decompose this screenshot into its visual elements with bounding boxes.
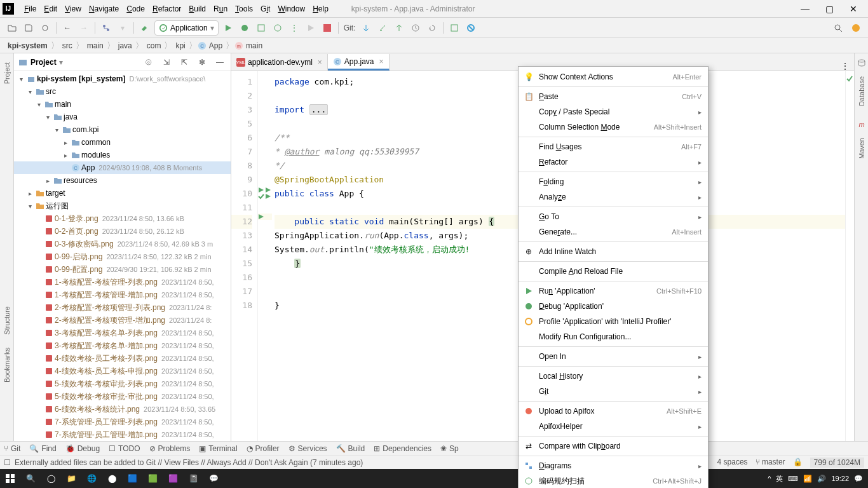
task-edge[interactable]: 🌐 [81, 469, 102, 488]
bb-todo[interactable]: ☐ TODO [109, 444, 140, 453]
tray-notifications[interactable]: 💬 [854, 475, 863, 483]
bb-terminal[interactable]: ▣ Terminal [199, 444, 237, 453]
cm-analyze[interactable]: Analyze▸ [519, 189, 708, 205]
tree-row[interactable]: CApp2024/9/30 19:08, 408 B Moments [14, 161, 231, 174]
run-dots[interactable]: ⋮ [287, 21, 301, 35]
collapse-all-button[interactable]: ⇱ [177, 55, 191, 69]
task-app3[interactable]: 🟪 [163, 469, 183, 488]
cm-find-usages[interactable]: Find UsagesAlt+F7 [519, 139, 708, 154]
save-button[interactable] [22, 21, 36, 35]
tray-up[interactable]: ^ [768, 475, 771, 482]
code-style-button[interactable] [447, 21, 461, 35]
cortana-icon[interactable]: ◯ [41, 469, 61, 488]
coverage-button[interactable] [254, 21, 268, 35]
bb-profiler[interactable]: ◔ Profiler [247, 444, 280, 453]
tree-row[interactable]: 1-考核配置-考核管理-增加.png2023/11/24 8:50, [14, 288, 231, 301]
close-icon[interactable]: × [379, 57, 384, 66]
task-wechat[interactable]: 💬 [203, 469, 224, 488]
git-commit-button[interactable] [376, 21, 390, 35]
project-tool-button[interactable]: Project [3, 62, 11, 84]
tree-row[interactable]: ▸common [14, 136, 231, 149]
close-icon[interactable]: × [318, 58, 322, 67]
tree-row[interactable]: 7-系统管理-员工管理-列表.png2023/11/24 8:50, [14, 416, 231, 428]
crumb-0[interactable]: kpi-system [5, 41, 50, 50]
run-gutter-icon[interactable] [265, 193, 271, 200]
crumb-1[interactable]: src [60, 41, 75, 50]
menu-build[interactable]: Build [185, 3, 210, 15]
vcs-button[interactable] [99, 21, 113, 35]
menu-git[interactable]: Git [257, 3, 274, 15]
crumb-7[interactable]: main [243, 41, 265, 50]
bb-git[interactable]: ⑂ Git [4, 444, 20, 453]
attach-button[interactable] [304, 21, 318, 35]
tree-row[interactable]: 6-绩效考核-考核统计.png2023/11/24 8:50, 33.65 [14, 403, 231, 416]
structure-tool-button[interactable]: Structure [3, 306, 11, 335]
crumb-3[interactable]: java [116, 41, 135, 50]
back-button[interactable]: ← [60, 21, 74, 35]
tab-application-dev[interactable]: YML application-dev.yml × [231, 54, 328, 71]
debug-button[interactable] [238, 21, 252, 35]
task-chrome[interactable]: ⬤ [102, 469, 122, 488]
bb-dependencies[interactable]: ⊞ Dependencies [374, 444, 431, 453]
indent-status[interactable]: 4 spaces [717, 458, 748, 468]
forward-button[interactable]: → [77, 21, 91, 35]
tree-row[interactable]: ▾运行图 [14, 200, 231, 212]
open-button[interactable] [5, 21, 19, 35]
git-rollback-button[interactable] [425, 21, 439, 35]
expand-all-button[interactable]: ⇲ [159, 55, 173, 69]
select-opened-button[interactable]: ⦾ [142, 55, 156, 69]
update-button[interactable] [849, 21, 863, 35]
tree-row[interactable]: 1-考核配置-考核管理-列表.png2023/11/24 8:50, [14, 276, 231, 288]
project-tree[interactable]: ▾kpi-system [kpi_system]D:\work_soft\wor… [14, 71, 231, 441]
menu-refactor[interactable]: Refactor [149, 3, 185, 15]
tray-volume[interactable]: 🔊 [817, 475, 826, 483]
bb-problems[interactable]: ⊘ Problems [149, 444, 191, 453]
cm-inline-watch[interactable]: ⊕Add Inline Watch [519, 244, 708, 259]
panel-settings-button[interactable]: ✻ [195, 55, 209, 69]
tree-row[interactable]: ▸modules [14, 149, 231, 161]
cm-refactor[interactable]: Refactor▸ [519, 154, 708, 170]
branch-status[interactable]: ⑂ master [756, 458, 785, 468]
close-button[interactable]: ✕ [841, 1, 865, 17]
bb-services[interactable]: ⚙ Services [288, 444, 327, 453]
task-app2[interactable]: 🟩 [142, 469, 163, 488]
cm-run[interactable]: Run 'Application'Ctrl+Shift+F10 [519, 283, 708, 299]
menu-run[interactable]: Run [210, 3, 231, 15]
cm-paste[interactable]: 📋PasteCtrl+V [519, 89, 708, 104]
tree-row[interactable]: 0-1-登录.png2023/11/24 8:50, 13.66 kB [14, 212, 231, 225]
minimize-button[interactable]: — [793, 1, 817, 17]
task-explorer[interactable]: 📁 [61, 469, 81, 488]
cm-goto[interactable]: Go To▸ [519, 209, 708, 224]
cm-apifox-helper[interactable]: ApifoxHelper▸ [519, 419, 708, 434]
tree-row[interactable]: 0-99-启动.png2023/11/24 8:50, 122.32 kB 2 … [14, 250, 231, 263]
run-gutter-icon[interactable] [258, 187, 264, 193]
cm-scan[interactable]: 编码规约扫描Ctrl+Alt+Shift+J [519, 473, 708, 488]
tree-row[interactable]: 2-考核配置-考核项管理-列表.png2023/11/24 8: [14, 301, 231, 314]
cm-modify-run[interactable]: Modify Run Configuration... [519, 329, 708, 344]
crumb-2[interactable]: main [85, 41, 106, 50]
search-everywhere-button[interactable] [831, 21, 845, 35]
sync-button[interactable] [38, 21, 52, 35]
menu-edit[interactable]: Edit [40, 3, 61, 15]
run-config-selector[interactable]: Application ▾ [154, 20, 219, 36]
menu-window[interactable]: Window [274, 3, 309, 15]
tree-row[interactable]: 0-2-首页.png2023/11/24 8:50, 26.12 kB [14, 225, 231, 238]
tree-row[interactable]: ▾java [14, 111, 231, 123]
tray-clock[interactable]: 19:22 [831, 475, 849, 482]
tray-ime[interactable]: 英 [776, 474, 783, 484]
add-button[interactable]: ▾ [116, 21, 130, 35]
menu-code[interactable]: Code [123, 3, 149, 15]
tray-input[interactable]: ⌨ [788, 475, 798, 483]
editor-more-button[interactable]: ⋮ [836, 62, 854, 71]
tree-row[interactable]: ▾main [14, 98, 231, 111]
tree-row[interactable]: 0-3-修改密码.png2023/11/24 8:50, 42.69 kB 3 … [14, 238, 231, 250]
run-button[interactable] [221, 21, 235, 35]
cm-git[interactable]: Git▸ [519, 384, 708, 399]
cm-compile[interactable]: Compile And Reload File [519, 264, 708, 279]
tree-row[interactable]: 3-考核配置-考核名单-增加.png2023/11/24 8:50, [14, 339, 231, 352]
inspect-button[interactable] [464, 21, 478, 35]
maximize-button[interactable]: ▢ [817, 1, 841, 17]
maven-tool-button[interactable]: m [855, 118, 869, 132]
tray-wifi[interactable]: 📶 [803, 475, 812, 483]
cm-local-history[interactable]: Local History▸ [519, 369, 708, 384]
